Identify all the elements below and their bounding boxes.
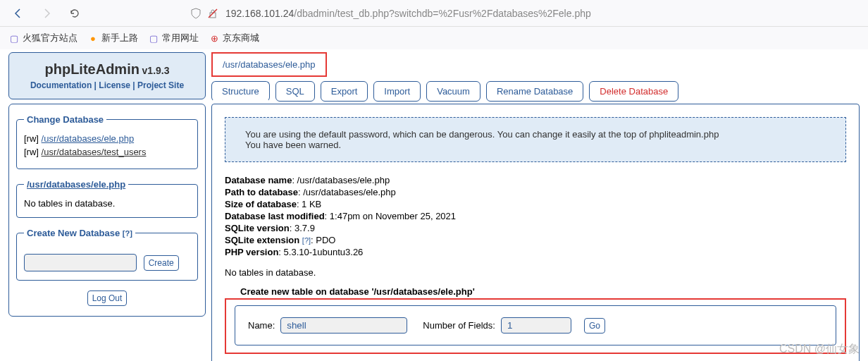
tabs: Structure SQL Export Import Vacuum Renam… — [211, 81, 860, 102]
bookmark-item[interactable]: ⊕ 京东商城 — [209, 32, 259, 44]
app-title: phpLiteAdmin — [45, 61, 140, 77]
license-link[interactable]: License — [99, 80, 130, 90]
forward-button[interactable] — [37, 4, 56, 23]
info-label: SQLite version — [225, 223, 290, 233]
bookmarks-bar: ▢ 火狐官方站点 ● 新手上路 ▢ 常用网址 ⊕ 京东商城 — [0, 27, 868, 49]
doc-link[interactable]: Documentation — [30, 80, 92, 90]
globe-icon: ⊕ — [209, 32, 220, 44]
db-link[interactable]: /usr/databases/test_users — [42, 147, 147, 157]
warning-line: You have been warned. — [245, 140, 826, 150]
name-label: Name: — [248, 320, 275, 331]
tab-delete[interactable]: Delete Database — [589, 81, 678, 102]
bookmark-item[interactable]: ▢ 火狐官方站点 — [8, 32, 78, 44]
help-link[interactable]: [?] — [302, 236, 311, 245]
current-db-fieldset: /usr/databases/ele.php No tables in data… — [16, 179, 198, 218]
new-db-input[interactable] — [24, 254, 137, 271]
tab-import[interactable]: Import — [373, 81, 421, 102]
no-tables-text: No tables in database. — [24, 198, 190, 209]
db-link[interactable]: /usr/databases/ele.php — [42, 133, 135, 144]
go-button[interactable]: Go — [584, 318, 605, 334]
info-value: : /usr/databases/ele.php — [298, 187, 396, 197]
tab-export[interactable]: Export — [321, 81, 368, 102]
info-value: : 1 KB — [297, 199, 321, 209]
tab-content: You are using the default password, whic… — [211, 104, 860, 361]
firefox-icon: ● — [87, 32, 99, 44]
bookmark-item[interactable]: ● 新手上路 — [87, 32, 138, 44]
num-fields-input[interactable] — [501, 317, 571, 334]
app-version: v1.9.3 — [142, 65, 170, 76]
bookmark-label: 常用网址 — [162, 32, 199, 44]
bookmark-item[interactable]: ▢ 常用网址 — [148, 32, 199, 44]
db-perm: [rw] — [24, 147, 39, 157]
no-tables-main: No tables in database. — [225, 267, 846, 278]
logout-button[interactable]: Log Out — [87, 290, 128, 306]
url-bar[interactable]: 192.168.101.24/dbadmin/test_db.php?switc… — [185, 8, 860, 19]
shield-icon — [190, 8, 202, 19]
project-link[interactable]: Project Site — [137, 80, 184, 90]
tab-vacuum[interactable]: Vacuum — [426, 81, 480, 102]
folder-icon: ▢ — [8, 32, 20, 44]
app-header: phpLiteAdmin v1.9.3 Documentation | Lice… — [8, 52, 206, 99]
db-perm: [rw] — [24, 133, 39, 144]
db-path-link[interactable]: /usr/databases/ele.php — [223, 59, 316, 70]
db-path-highlight: /usr/databases/ele.php — [211, 52, 327, 77]
info-value: : 5.3.10-1ubuntu3.26 — [278, 247, 363, 257]
info-label: SQLite extension — [225, 235, 299, 245]
tab-sql[interactable]: SQL — [275, 81, 315, 102]
reload-button[interactable] — [65, 4, 85, 23]
table-name-input[interactable] — [280, 317, 407, 334]
info-value: : /usr/databases/ele.php — [292, 175, 390, 185]
bookmark-label: 京东商城 — [223, 32, 259, 44]
security-icons — [190, 8, 218, 19]
db-entry: [rw] /usr/databases/test_users — [24, 147, 190, 157]
change-db-legend: Change Database — [24, 114, 106, 125]
info-value: : PDO — [311, 235, 335, 245]
change-db-fieldset: Change Database [rw] /usr/databases/ele.… — [16, 114, 198, 169]
tab-structure[interactable]: Structure — [211, 81, 270, 102]
back-button[interactable] — [8, 4, 28, 23]
info-label: Database last modified — [225, 211, 325, 221]
warning-box: You are using the default password, whic… — [225, 117, 846, 162]
info-value: : 3.7.9 — [290, 223, 315, 233]
db-entry: [rw] /usr/databases/ele.php — [24, 133, 190, 144]
info-label: Size of database — [225, 199, 297, 209]
create-db-fieldset: Create New Database [?] Create — [16, 228, 198, 281]
create-db-legend: Create New Database — [27, 228, 120, 238]
folder-icon: ▢ — [148, 32, 159, 44]
help-link[interactable]: [?] — [123, 229, 132, 238]
create-button[interactable]: Create — [144, 255, 179, 271]
create-table-highlight: Name: Number of Fields: Go — [225, 298, 846, 354]
tab-rename[interactable]: Rename Database — [486, 81, 583, 102]
info-label: PHP version — [225, 247, 278, 257]
url-text: 192.168.101.24/dbadmin/test_db.php?switc… — [225, 8, 591, 19]
current-db-legend[interactable]: /usr/databases/ele.php — [27, 179, 125, 190]
bookmark-label: 新手上路 — [101, 32, 138, 44]
insecure-icon — [207, 8, 218, 19]
info-value: : 1:47pm on November 25, 2021 — [325, 211, 456, 221]
warning-line: You are using the default password, whic… — [245, 129, 826, 140]
bookmark-label: 火狐官方站点 — [23, 32, 78, 44]
browser-toolbar: 192.168.101.24/dbadmin/test_db.php?switc… — [0, 0, 868, 27]
create-table-legend: Create new table on database '/usr/datab… — [237, 286, 478, 297]
info-label: Path to database — [225, 187, 298, 197]
info-label: Database name — [225, 175, 292, 185]
fields-label: Number of Fields: — [423, 320, 495, 331]
